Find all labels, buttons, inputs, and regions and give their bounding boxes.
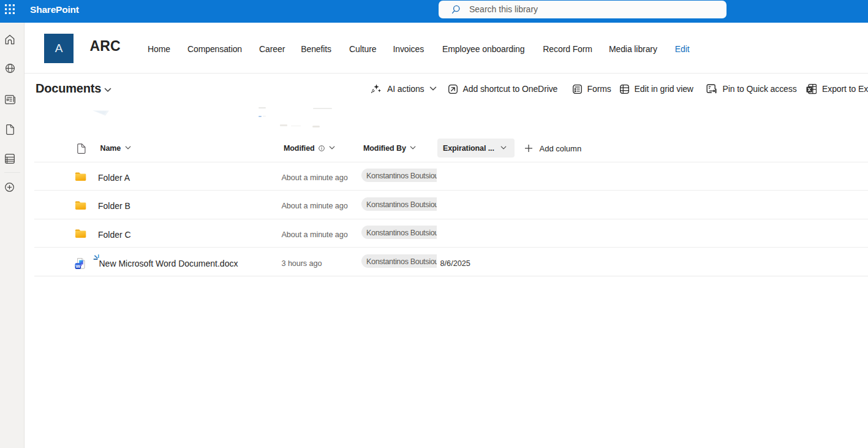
svg-text:W: W [76, 263, 81, 268]
